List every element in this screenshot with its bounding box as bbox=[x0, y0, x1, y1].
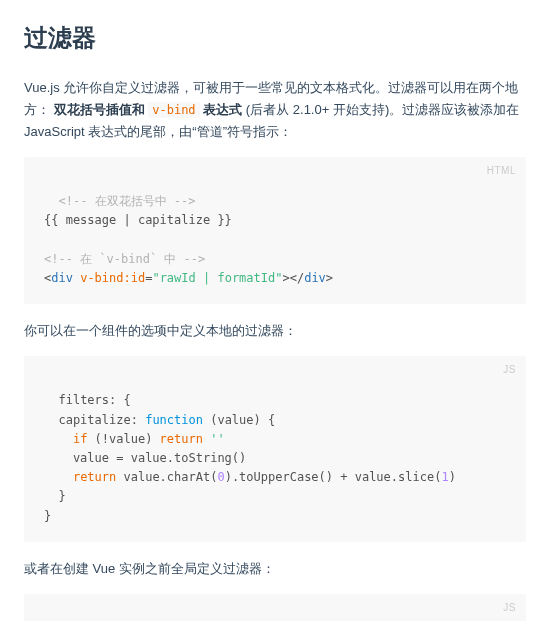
t: ).toUpperCase() + value.slice( bbox=[225, 470, 442, 484]
page-title: 过滤器 bbox=[24, 18, 526, 59]
code-line: <!-- 在双花括号中 --> bbox=[58, 194, 195, 208]
code-line: value = value.toString() bbox=[44, 451, 246, 465]
t: 0 bbox=[217, 470, 224, 484]
vbind-code-inline: v-bind bbox=[148, 102, 199, 118]
code-line: } bbox=[44, 489, 66, 503]
intro-bold-1: 双花括号插值和 bbox=[54, 102, 149, 117]
t: <!-- 在 ` bbox=[44, 252, 107, 266]
code-line: <!-- 在 `v-bind` 中 --> bbox=[44, 252, 205, 266]
t: return bbox=[73, 470, 116, 484]
code-line: return value.charAt(0).toUpperCase() + v… bbox=[44, 470, 456, 484]
lang-tag-js: JS bbox=[503, 600, 516, 616]
t: 1 bbox=[441, 470, 448, 484]
t: '' bbox=[210, 432, 224, 446]
t: > bbox=[326, 271, 333, 285]
t bbox=[44, 470, 73, 484]
t: v-bind bbox=[107, 252, 150, 266]
t: div bbox=[51, 271, 73, 285]
t bbox=[44, 432, 73, 446]
code-block-html: HTML<!-- 在双花括号中 --> {{ message | capital… bbox=[24, 157, 526, 304]
code-line: } bbox=[44, 509, 51, 523]
t: ></ bbox=[282, 271, 304, 285]
code-line: <div v-bind:id="rawId | formatId"></div> bbox=[44, 271, 333, 285]
code-line: filters: { bbox=[58, 393, 130, 407]
lang-tag-html: HTML bbox=[487, 163, 516, 179]
t: return bbox=[160, 432, 203, 446]
t: capitalize: bbox=[44, 413, 145, 427]
t: div bbox=[304, 271, 326, 285]
code-block-js-global: JSVue.filter('capitalize', function (val… bbox=[24, 594, 526, 621]
intro-paragraph: Vue.js 允许你自定义过滤器，可被用于一些常见的文本格式化。过滤器可以用在两… bbox=[24, 77, 526, 143]
t: (!value) bbox=[87, 432, 159, 446]
intro-bold-2: 表达式 bbox=[200, 102, 243, 117]
code-line: {{ message | capitalize }} bbox=[44, 213, 232, 227]
para-local-filter: 你可以在一个组件的选项中定义本地的过滤器： bbox=[24, 320, 526, 342]
code-line: if (!value) return '' bbox=[44, 432, 225, 446]
t: v-bind:id bbox=[80, 271, 145, 285]
t: function bbox=[145, 413, 203, 427]
t: ) bbox=[449, 470, 456, 484]
t: (value) { bbox=[203, 413, 275, 427]
lang-tag-js: JS bbox=[503, 362, 516, 378]
t: ` 中 --> bbox=[150, 252, 205, 266]
code-line: capitalize: function (value) { bbox=[44, 413, 275, 427]
t: if bbox=[73, 432, 87, 446]
code-block-js-local: JSfilters: { capitalize: function (value… bbox=[24, 356, 526, 542]
t: value.charAt( bbox=[116, 470, 217, 484]
para-global-filter: 或者在创建 Vue 实例之前全局定义过滤器： bbox=[24, 558, 526, 580]
t: "rawId | formatId" bbox=[152, 271, 282, 285]
